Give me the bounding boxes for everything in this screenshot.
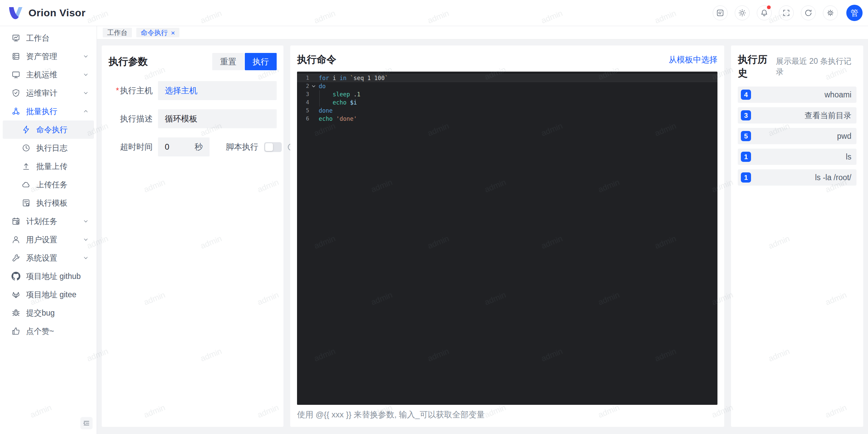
select-host-link[interactable]: 选择主机 <box>165 85 197 96</box>
line-number: 4 <box>297 98 309 107</box>
sidebar-item-label: 用户设置 <box>26 234 82 245</box>
line-number: 5 <box>297 107 309 115</box>
line-number: 6 <box>297 115 309 123</box>
history-item[interactable]: 4whoami <box>738 87 856 103</box>
code-line[interactable]: 6echo 'done' <box>297 115 717 123</box>
sidebar-subitem-命令执行[interactable]: 命令执行 <box>3 120 94 139</box>
theme-icon <box>738 9 746 17</box>
history-item[interactable]: 1ls -la /root/ <box>738 169 856 186</box>
history-count-badge: 3 <box>741 110 751 120</box>
theme-button[interactable] <box>735 5 750 20</box>
tab-bar: 工作台命令执行× <box>97 26 868 39</box>
gitee-icon <box>12 290 20 299</box>
sidebar-subitem-执行日志[interactable]: 执行日志 <box>3 139 94 157</box>
app-logo[interactable]: Orion Visor <box>8 6 85 20</box>
sidebar-item-点个赞~[interactable]: 点个赞~ <box>0 322 97 340</box>
fold-slot <box>309 115 318 123</box>
tab-close-icon[interactable]: × <box>171 29 175 36</box>
fold-chevron-icon[interactable] <box>309 82 318 90</box>
sidebar-collapse-button[interactable] <box>80 417 93 429</box>
params-panel-title: 执行参数 <box>108 55 148 69</box>
notifications-icon <box>760 9 768 17</box>
user-icon <box>12 235 20 244</box>
app-header: Orion Visor 管 <box>0 0 868 26</box>
code-line[interactable]: 3 sleep .1 <box>297 90 717 98</box>
logo-mark-icon <box>8 6 24 20</box>
fullscreen-button[interactable] <box>779 5 794 20</box>
code-snippet-button[interactable] <box>713 5 728 20</box>
code-text: done <box>318 107 717 115</box>
line-number: 2 <box>297 82 309 90</box>
reset-button[interactable]: 重置 <box>212 53 244 70</box>
sidebar-item-提交bug[interactable]: 提交bug <box>0 304 97 322</box>
sidebar-item-label: 资产管理 <box>26 51 82 62</box>
fold-slot <box>309 90 318 98</box>
refresh-button[interactable] <box>801 5 816 20</box>
exec-host-label: 执行主机 <box>108 85 153 96</box>
sidebar-item-运维审计[interactable]: 运维审计 <box>0 84 97 102</box>
history-command: ls -la /root/ <box>751 173 851 182</box>
timeout-label: 超时时间 <box>108 141 153 152</box>
code-line[interactable]: 4 echo $i <box>297 98 717 107</box>
run-button[interactable]: 执行 <box>245 53 277 70</box>
history-item[interactable]: 1ls <box>738 149 856 165</box>
settings-button[interactable] <box>823 5 838 20</box>
user-avatar[interactable]: 管 <box>846 5 863 21</box>
chevron-down-icon <box>82 71 89 78</box>
select-from-template-link[interactable]: 从模板中选择 <box>669 54 717 65</box>
server-icon <box>12 52 20 61</box>
history-panel-title: 执行历史 <box>738 53 776 80</box>
cluster-icon <box>12 107 20 116</box>
exec-host-field[interactable]: 选择主机 <box>158 81 277 100</box>
code-editor[interactable]: 1for i in `seq 1 100`2do3 sleep .14 echo… <box>297 72 717 405</box>
code-snippet-icon <box>716 9 724 17</box>
tab-工作台[interactable]: 工作台 <box>103 28 132 37</box>
chevron-up-icon <box>82 108 89 115</box>
history-count-badge: 1 <box>741 152 751 162</box>
sidebar-item-label: 系统设置 <box>26 253 82 263</box>
sidebar-item-资产管理[interactable]: 资产管理 <box>0 47 97 65</box>
sidebar-subitem-执行模板[interactable]: 执行模板 <box>3 194 94 212</box>
sidebar-item-label: 提交bug <box>26 308 89 318</box>
sidebar-item-用户设置[interactable]: 用户设置 <box>0 230 97 249</box>
script-exec-toggle[interactable] <box>264 142 282 152</box>
sidebar-subitem-上传任务[interactable]: 上传任务 <box>3 175 94 194</box>
history-subtitle: 展示最近 20 条执行记录 <box>776 56 856 77</box>
command-panel-title: 执行命令 <box>297 53 336 67</box>
sidebar-item-批量执行[interactable]: 批量执行 <box>0 102 97 120</box>
history-item[interactable]: 3查看当前目录 <box>738 107 856 124</box>
calendar-icon <box>12 217 20 226</box>
script-exec-label: 脚本执行 <box>226 141 258 152</box>
sidebar-item-label: 工作台 <box>26 33 89 43</box>
code-line[interactable]: 2do <box>297 82 717 90</box>
code-line[interactable]: 1for i in `seq 1 100` <box>297 74 717 82</box>
code-line[interactable]: 5done <box>297 107 717 115</box>
upload-icon <box>22 162 31 171</box>
tab-命令执行[interactable]: 命令执行× <box>136 28 179 37</box>
sidebar-item-主机运维[interactable]: 主机运维 <box>0 65 97 84</box>
sidebar-subitem-label: 命令执行 <box>36 125 89 135</box>
timeout-input[interactable]: 0 秒 <box>158 137 210 156</box>
sidebar-item-系统设置[interactable]: 系统设置 <box>0 249 97 267</box>
code-text: for i in `seq 1 100` <box>318 74 717 82</box>
notifications-button[interactable] <box>757 5 772 20</box>
code-text: do <box>318 82 717 90</box>
sidebar-item-项目地址-github[interactable]: 项目地址 github <box>0 267 97 285</box>
editor-hint: 使用 @{{ xxx }} 来替换参数, 输入_可以获取全部变量 <box>297 409 717 420</box>
app-title: Orion Visor <box>28 7 85 19</box>
sidebar-item-label: 点个赞~ <box>26 326 89 337</box>
settings-icon <box>826 9 834 17</box>
tab-label: 命令执行 <box>141 28 168 37</box>
sidebar-subitem-批量上传[interactable]: 批量上传 <box>3 157 94 175</box>
chevron-down-icon <box>82 218 89 225</box>
sidebar-item-项目地址-gitee[interactable]: 项目地址 gitee <box>0 285 97 304</box>
exec-desc-input[interactable]: 循环模板 <box>158 109 277 128</box>
dashboard-icon <box>12 34 20 42</box>
history-item[interactable]: 5pwd <box>738 128 856 144</box>
sidebar-item-工作台[interactable]: 工作台 <box>0 29 97 47</box>
sidebar-item-计划任务[interactable]: 计划任务 <box>0 212 97 230</box>
sidebar-menu: 工作台资产管理主机运维运维审计批量执行命令执行执行日志批量上传上传任务执行模板计… <box>0 29 97 340</box>
exec-desc-label: 执行描述 <box>108 113 153 124</box>
sidebar-subitem-label: 执行模板 <box>36 198 89 208</box>
line-number: 3 <box>297 90 309 98</box>
